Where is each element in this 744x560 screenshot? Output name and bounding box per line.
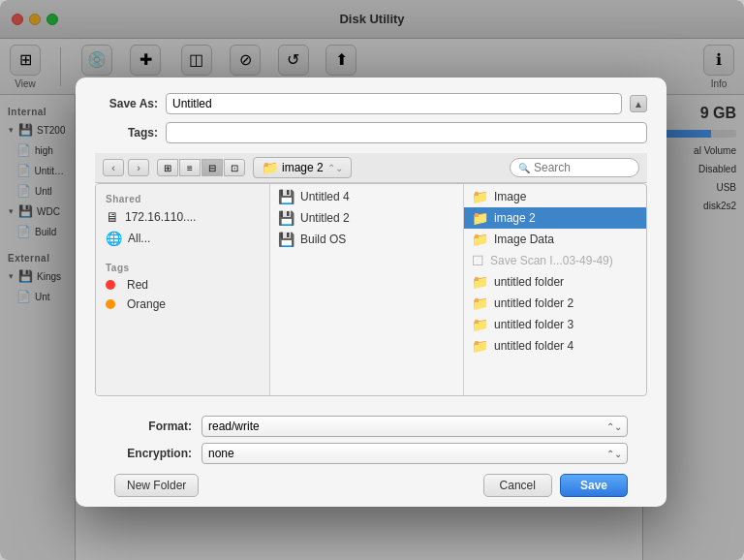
file-item-untitled2[interactable]: 💾 Untitled 2 — [270, 207, 463, 229]
file-label-uf1: untitled folder — [494, 275, 564, 289]
tags-label: Tags: — [95, 126, 158, 140]
format-row: Format: read/write read-only compressed … — [114, 416, 628, 437]
file-label-untitled2: Untitled 2 — [300, 211, 350, 225]
file-label-image: Image — [494, 190, 526, 203]
save-dialog: Save As: ▲ Tags: ‹ › ⊞ ≡ ⊟ — [76, 78, 666, 507]
cancel-button[interactable]: Cancel — [483, 474, 552, 497]
disk-image-icon: 💾 — [278, 210, 294, 226]
sidebar-all-item[interactable]: 🌐 All... — [96, 228, 269, 249]
file-item-left: 📁 untitled folder 3 — [472, 317, 574, 332]
gallery-view-button[interactable]: ⊡ — [224, 159, 245, 176]
file-label-imagedata: Image Data — [494, 233, 554, 246]
format-label: Format: — [114, 420, 192, 433]
forward-button[interactable]: › — [128, 159, 149, 176]
dialog-buttons: New Folder Cancel Save — [114, 474, 628, 497]
file-column-1: 💾 Untitled 4 💾 Untitled 2 — [270, 184, 464, 395]
file-item-untitledfolder2[interactable]: 📁 untitled folder 2 › — [464, 293, 646, 314]
right-buttons: Cancel Save — [483, 474, 628, 497]
folder-icon: 📁 — [472, 210, 488, 226]
folder-icon: 📁 — [472, 274, 488, 290]
disk-image-icon: 💾 — [278, 232, 294, 247]
orange-tag-label: Orange — [127, 297, 166, 311]
all-label: All... — [128, 232, 150, 245]
file-item-left: 📁 Image — [472, 189, 526, 204]
sidebar-tag-red[interactable]: Red — [96, 275, 269, 295]
file-label-untitled4: Untitled 4 — [300, 190, 350, 203]
file-item-untitledfolder3[interactable]: 📁 untitled folder 3 › — [464, 314, 646, 335]
file-item-left: 💾 Build OS — [278, 232, 346, 247]
view-buttons: ⊞ ≡ ⊟ ⊡ — [157, 159, 245, 176]
folder-icon: 📁 — [472, 189, 488, 204]
file-columns: 💾 Untitled 4 💾 Untitled 2 — [270, 184, 646, 395]
expand-button[interactable]: ▲ — [630, 95, 647, 112]
location-pill[interactable]: 📁 image 2 ⌃⌄ — [253, 157, 352, 178]
format-select-wrapper: read/write read-only compressed DVD/CD m… — [202, 416, 628, 437]
save-as-row: Save As: ▲ — [95, 93, 647, 114]
tags-row: Tags: — [95, 122, 647, 143]
file-item-left: 📁 Image Data — [472, 232, 554, 247]
encryption-label: Encryption: — [114, 447, 192, 460]
checkbox-icon: ☐ — [472, 253, 484, 268]
file-label-buildos: Build OS — [300, 233, 346, 246]
orange-tag-icon — [106, 299, 115, 309]
encryption-select[interactable]: none 128-bit AES 256-bit AES — [202, 443, 628, 464]
list-view-button[interactable]: ≡ — [179, 159, 201, 176]
app-window: Disk Utility ⊞ View 💿 Volume ✚ First Aid… — [0, 0, 744, 560]
save-button[interactable]: Save — [560, 474, 628, 497]
sidebar-tag-orange[interactable]: Orange — [96, 295, 269, 314]
folder-icon: 📁 — [262, 160, 278, 175]
file-item-left: 💾 Untitled 4 — [278, 189, 350, 204]
encryption-select-wrapper: none 128-bit AES 256-bit AES ⌃⌄ — [202, 443, 628, 464]
file-item-untitledfolder4[interactable]: 📁 untitled folder 4 › — [464, 335, 646, 357]
dialog-bottom: Format: read/write read-only compressed … — [95, 406, 647, 507]
sidebar-network-item[interactable]: 🖥 172.16.110.... — [96, 206, 269, 228]
file-item-savescan: ☐ Save Scan I...03-49-49) — [464, 250, 646, 271]
network-icon: 🖥 — [106, 209, 119, 225]
file-item-buildos[interactable]: 💾 Build OS — [270, 229, 463, 250]
search-input[interactable] — [534, 161, 631, 174]
file-label-uf2: untitled folder 2 — [494, 296, 574, 310]
modal-overlay: Save As: ▲ Tags: ‹ › ⊞ ≡ ⊟ — [0, 0, 744, 560]
file-item-untitledfolder1[interactable]: 📁 untitled folder › — [464, 271, 646, 293]
file-item-image2[interactable]: 📁 image 2 › — [464, 207, 646, 229]
new-folder-button[interactable]: New Folder — [114, 474, 199, 497]
format-select[interactable]: read/write read-only compressed DVD/CD m… — [202, 416, 628, 437]
dialog-sidebar: Shared 🖥 172.16.110.... 🌐 All... Tags — [96, 184, 270, 395]
save-as-input[interactable] — [166, 93, 622, 114]
file-column-2: 📁 Image › 📁 image 2 › — [464, 184, 646, 395]
file-item-left: 📁 untitled folder 2 — [472, 296, 574, 311]
shared-section-label: Shared — [96, 188, 269, 206]
file-item-left: 📁 image 2 — [472, 210, 536, 226]
search-box[interactable]: 🔍 — [510, 158, 639, 177]
save-as-label: Save As: — [95, 97, 158, 110]
tags-input[interactable] — [166, 122, 647, 143]
red-tag-icon — [106, 280, 115, 290]
location-text: image 2 — [282, 161, 324, 174]
file-item-left: ☐ Save Scan I...03-49-49) — [472, 253, 613, 268]
file-label-uf3: untitled folder 3 — [494, 318, 574, 331]
all-icon: 🌐 — [106, 231, 122, 246]
file-item-imagedata[interactable]: 📁 Image Data › — [464, 229, 646, 250]
file-item-left: 📁 untitled folder 4 — [472, 338, 574, 354]
file-label-uf4: untitled folder 4 — [494, 339, 574, 353]
column-view-button[interactable]: ⊟ — [202, 159, 223, 176]
location-arrow-icon: ⌃⌄ — [327, 163, 343, 173]
dialog-content: Save As: ▲ Tags: ‹ › ⊞ ≡ ⊟ — [76, 78, 666, 507]
file-label-savescan: Save Scan I...03-49-49) — [490, 254, 613, 267]
dialog-toolbar: ‹ › ⊞ ≡ ⊟ ⊡ 📁 image 2 ⌃⌄ — [95, 153, 647, 183]
folder-icon: 📁 — [472, 317, 488, 332]
folder-icon: 📁 — [472, 338, 488, 354]
file-item-untitled4[interactable]: 💾 Untitled 4 — [270, 186, 463, 207]
back-button[interactable]: ‹ — [103, 159, 124, 176]
disk-image-icon: 💾 — [278, 189, 294, 204]
search-icon: 🔍 — [518, 163, 530, 173]
network-label: 172.16.110.... — [125, 210, 196, 224]
file-item-left: 📁 untitled folder — [472, 274, 564, 290]
browser-area: Shared 🖥 172.16.110.... 🌐 All... Tags — [95, 183, 647, 396]
file-item-image[interactable]: 📁 Image › — [464, 186, 646, 207]
file-label-image2: image 2 — [494, 211, 536, 225]
icon-view-button[interactable]: ⊞ — [157, 159, 178, 176]
folder-icon: 📁 — [472, 296, 488, 311]
red-tag-label: Red — [127, 278, 148, 292]
folder-icon: 📁 — [472, 232, 488, 247]
